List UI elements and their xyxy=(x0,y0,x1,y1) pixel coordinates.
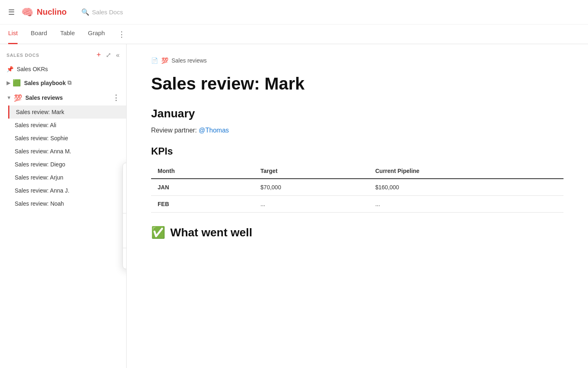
group-icon: 🟩 xyxy=(13,79,21,87)
kpi-cell-feb-pipeline: ... xyxy=(369,196,564,213)
logo-area: 🧠 Nuclino xyxy=(21,7,67,18)
tab-bar: List Board Table Graph ⋮ xyxy=(0,25,588,44)
hamburger-icon[interactable]: ☰ xyxy=(8,8,15,17)
search-placeholder: Sales Docs xyxy=(92,9,123,16)
context-menu-divider-1 xyxy=(123,213,127,213)
kpi-header-target: Target xyxy=(254,164,369,179)
kpi-header-pipeline: Current Pipeline xyxy=(369,164,564,179)
sidebar-item-sophie[interactable]: Sales review: Sophie xyxy=(8,132,126,145)
kpi-row-jan: JAN $70,000 $160,000 xyxy=(151,179,564,196)
sidebar-item-label-diego: Sales review: Diego xyxy=(15,161,120,168)
review-partner-line: Review partner: @Thomas xyxy=(151,127,564,134)
kpi-heading: KPIs xyxy=(151,146,564,157)
document-title: Sales review: Mark xyxy=(151,74,564,94)
kpi-header-month: Month xyxy=(151,164,254,179)
kpi-cell-feb-month: FEB xyxy=(151,196,254,213)
reviews-more-icon[interactable]: ⋮ xyxy=(112,93,120,102)
what-went-well-label: What went well xyxy=(170,226,252,239)
search-area[interactable]: 🔍 Sales Docs xyxy=(81,8,123,16)
sidebar: SALES DOCS + ⤢ « 📌 Sales OKRs ▶ 🟩 Sales … xyxy=(0,44,127,368)
context-menu-divider-2 xyxy=(123,248,127,248)
sidebar-item-label-anna-j: Sales review: Anna J. xyxy=(15,187,120,194)
breadcrumb-doc-icon: 📄 xyxy=(151,57,158,64)
review-partner-prefix: Review partner: xyxy=(151,127,199,134)
kpi-cell-jan-pipeline: $160,000 xyxy=(369,179,564,196)
context-menu-duplicate[interactable]: Duplicate xyxy=(123,181,127,196)
sidebar-subitems: Sales review: Mark Sales review: Ali Sal… xyxy=(0,105,126,210)
tab-list[interactable]: List xyxy=(8,25,18,44)
tab-board[interactable]: Board xyxy=(31,25,47,44)
sidebar-item-label: Sales OKRs xyxy=(17,66,120,72)
context-menu-move[interactable]: Move... xyxy=(123,166,127,181)
sidebar-item-label-noah: Sales review: Noah xyxy=(15,200,120,207)
reviews-group-icon: 💯 xyxy=(14,94,22,102)
sidebar-item-label-sophie: Sales review: Sophie xyxy=(15,135,120,141)
main-layout: SALES DOCS + ⤢ « 📌 Sales OKRs ▶ 🟩 Sales … xyxy=(0,44,588,368)
context-menu-sort-asc[interactable]: Sort ascending xyxy=(123,216,127,231)
sidebar-item-diego[interactable]: Sales review: Diego xyxy=(8,158,126,171)
collapse-icon[interactable]: « xyxy=(116,52,120,59)
sidebar-item-label-anna-m: Sales review: Anna M. xyxy=(15,148,120,155)
sidebar-actions: + ⤢ « xyxy=(97,51,120,59)
mention-thomas[interactable]: @Thomas xyxy=(199,127,229,134)
sidebar-group-label: Sales playbook xyxy=(24,80,66,86)
expand-icon[interactable]: ⤢ xyxy=(106,51,111,59)
tab-table[interactable]: Table xyxy=(60,25,75,44)
sidebar-title: SALES DOCS xyxy=(7,53,39,58)
content-area: 📄 💯 Sales reviews Sales review: Mark Jan… xyxy=(127,44,588,368)
sidebar-item-mark[interactable]: Sales review: Mark xyxy=(8,105,126,119)
expand-arrow-icon: ▶ xyxy=(7,80,10,86)
expand-arrow-reviews-icon: ▼ xyxy=(7,95,11,101)
more-tabs-icon[interactable]: ⋮ xyxy=(118,30,125,39)
sidebar-item-sales-okrs[interactable]: 📌 Sales OKRs xyxy=(0,63,126,76)
section-january: January xyxy=(151,107,564,120)
sidebar-item-noah[interactable]: Sales review: Noah xyxy=(8,197,126,210)
sidebar-item-anna-j[interactable]: Sales review: Anna J. xyxy=(8,184,126,197)
sidebar-header: SALES DOCS + ⤢ « xyxy=(0,44,126,63)
kpi-cell-jan-target: $70,000 xyxy=(254,179,369,196)
pin-icon: 📌 xyxy=(7,66,13,72)
sidebar-item-sales-playbook[interactable]: ▶ 🟩 Sales playbook ⧉ xyxy=(0,76,126,90)
search-icon: 🔍 xyxy=(81,8,89,16)
logo-brain-icon: 🧠 xyxy=(21,7,33,18)
what-went-well-emoji: ✅ xyxy=(151,226,165,239)
sidebar-item-anna-m[interactable]: Sales review: Anna M. xyxy=(8,145,126,158)
tab-graph[interactable]: Graph xyxy=(88,25,105,44)
kpi-cell-feb-target: ... xyxy=(254,196,369,213)
context-menu-delete[interactable]: Delete xyxy=(123,251,127,265)
copy-icon[interactable]: ⧉ xyxy=(67,79,71,86)
context-menu-sort-desc[interactable]: Sort descending xyxy=(123,231,127,245)
sidebar-item-arjun[interactable]: Sales review: Arjun xyxy=(8,171,126,184)
sidebar-item-ali[interactable]: Sales review: Ali xyxy=(8,119,126,132)
what-went-well-heading: ✅ What went well xyxy=(151,226,564,239)
sidebar-item-sales-reviews[interactable]: ▼ 💯 Sales reviews ⋮ xyxy=(0,90,126,105)
sidebar-item-label-mark: Sales review: Mark xyxy=(16,109,120,115)
breadcrumb-emoji: 💯 xyxy=(161,57,168,64)
add-item-button[interactable]: + xyxy=(97,51,101,59)
top-nav: ☰ 🧠 Nuclino 🔍 Sales Docs xyxy=(0,0,588,25)
kpi-cell-jan-month: JAN xyxy=(151,179,254,196)
sidebar-item-label-arjun: Sales review: Arjun xyxy=(15,174,120,181)
sidebar-reviews-label: Sales reviews xyxy=(25,94,63,101)
kpi-row-feb: FEB ... ... xyxy=(151,196,564,213)
context-menu-archive[interactable]: Archive xyxy=(123,196,127,211)
kpi-table: Month Target Current Pipeline JAN $70,00… xyxy=(151,164,564,213)
context-menu: Move... Duplicate Archive Sort ascending… xyxy=(122,163,127,269)
breadcrumb: 📄 💯 Sales reviews xyxy=(151,57,564,64)
breadcrumb-link[interactable]: Sales reviews xyxy=(172,57,207,64)
logo-text: Nuclino xyxy=(37,7,67,17)
sidebar-item-label-ali: Sales review: Ali xyxy=(15,122,120,128)
